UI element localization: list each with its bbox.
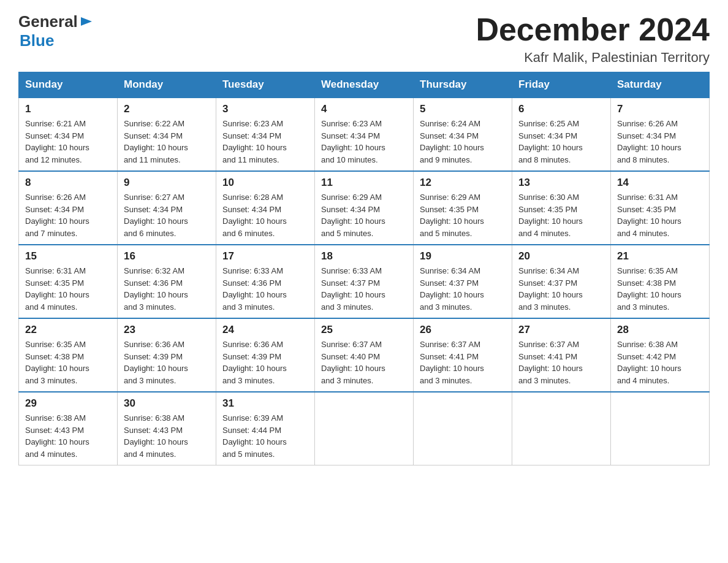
logo: General Blue xyxy=(18,12,93,50)
table-row: 18 Sunrise: 6:33 AM Sunset: 4:37 PM Dayl… xyxy=(315,245,414,318)
day-info: Sunrise: 6:38 AM Sunset: 4:43 PM Dayligh… xyxy=(25,412,111,460)
day-info: Sunrise: 6:37 AM Sunset: 4:41 PM Dayligh… xyxy=(518,339,604,386)
logo-line1: General xyxy=(18,12,93,31)
day-number: 23 xyxy=(124,324,210,336)
col-sunday: Sunday xyxy=(19,72,118,98)
table-row: 7 Sunrise: 6:26 AM Sunset: 4:34 PM Dayli… xyxy=(611,98,710,171)
table-row: 9 Sunrise: 6:27 AM Sunset: 4:34 PM Dayli… xyxy=(118,171,216,245)
title-area: December 2024 Kafr Malik, Palestinian Te… xyxy=(476,12,710,66)
day-info: Sunrise: 6:29 AM Sunset: 4:35 PM Dayligh… xyxy=(420,191,506,239)
day-info: Sunrise: 6:33 AM Sunset: 4:36 PM Dayligh… xyxy=(222,265,308,313)
day-info: Sunrise: 6:24 AM Sunset: 4:34 PM Dayligh… xyxy=(420,118,506,166)
table-row: 20 Sunrise: 6:34 AM Sunset: 4:37 PM Dayl… xyxy=(512,245,611,318)
table-row: 19 Sunrise: 6:34 AM Sunset: 4:37 PM Dayl… xyxy=(414,245,512,318)
day-info: Sunrise: 6:28 AM Sunset: 4:34 PM Dayligh… xyxy=(222,191,308,239)
calendar-week-row: 22 Sunrise: 6:35 AM Sunset: 4:38 PM Dayl… xyxy=(19,318,710,392)
day-info: Sunrise: 6:33 AM Sunset: 4:37 PM Dayligh… xyxy=(321,265,407,313)
col-wednesday: Wednesday xyxy=(315,72,414,98)
day-info: Sunrise: 6:35 AM Sunset: 4:38 PM Dayligh… xyxy=(617,265,703,313)
day-number: 31 xyxy=(222,397,308,410)
month-title: December 2024 xyxy=(476,12,710,47)
table-row: 14 Sunrise: 6:31 AM Sunset: 4:35 PM Dayl… xyxy=(611,171,710,245)
day-number: 9 xyxy=(124,177,210,189)
day-info: Sunrise: 6:26 AM Sunset: 4:34 PM Dayligh… xyxy=(25,191,111,239)
day-number: 11 xyxy=(321,177,407,189)
col-friday: Friday xyxy=(512,72,611,98)
day-info: Sunrise: 6:30 AM Sunset: 4:35 PM Dayligh… xyxy=(518,191,604,239)
day-info: Sunrise: 6:27 AM Sunset: 4:34 PM Dayligh… xyxy=(124,191,210,239)
table-row xyxy=(611,392,710,465)
day-number: 10 xyxy=(222,177,308,189)
table-row: 4 Sunrise: 6:23 AM Sunset: 4:34 PM Dayli… xyxy=(315,98,414,171)
day-info: Sunrise: 6:38 AM Sunset: 4:42 PM Dayligh… xyxy=(617,339,703,386)
day-info: Sunrise: 6:36 AM Sunset: 4:39 PM Dayligh… xyxy=(124,339,210,386)
logo-blue-text: Blue xyxy=(20,31,93,50)
table-row: 12 Sunrise: 6:29 AM Sunset: 4:35 PM Dayl… xyxy=(414,171,512,245)
table-row xyxy=(414,392,512,465)
day-number: 12 xyxy=(420,177,506,189)
day-info: Sunrise: 6:34 AM Sunset: 4:37 PM Dayligh… xyxy=(420,265,506,313)
day-info: Sunrise: 6:37 AM Sunset: 4:41 PM Dayligh… xyxy=(420,339,506,386)
day-number: 4 xyxy=(321,103,407,115)
day-info: Sunrise: 6:21 AM Sunset: 4:34 PM Dayligh… xyxy=(25,118,111,166)
table-row: 13 Sunrise: 6:30 AM Sunset: 4:35 PM Dayl… xyxy=(512,171,611,245)
day-number: 24 xyxy=(222,324,308,336)
svg-marker-0 xyxy=(81,17,92,26)
table-row: 10 Sunrise: 6:28 AM Sunset: 4:34 PM Dayl… xyxy=(216,171,315,245)
col-thursday: Thursday xyxy=(414,72,512,98)
day-number: 16 xyxy=(124,250,210,262)
calendar-header-row: Sunday Monday Tuesday Wednesday Thursday… xyxy=(19,72,710,98)
location-title: Kafr Malik, Palestinian Territory xyxy=(476,50,710,66)
day-number: 17 xyxy=(222,250,308,262)
page-header: General Blue December 2024 Kafr Malik, P… xyxy=(18,12,710,66)
calendar-week-row: 1 Sunrise: 6:21 AM Sunset: 4:34 PM Dayli… xyxy=(19,98,710,171)
day-number: 14 xyxy=(617,177,703,189)
table-row: 2 Sunrise: 6:22 AM Sunset: 4:34 PM Dayli… xyxy=(118,98,216,171)
day-info: Sunrise: 6:35 AM Sunset: 4:38 PM Dayligh… xyxy=(25,339,111,386)
day-number: 25 xyxy=(321,324,407,336)
day-info: Sunrise: 6:37 AM Sunset: 4:40 PM Dayligh… xyxy=(321,339,407,386)
day-number: 21 xyxy=(617,250,703,262)
calendar-week-row: 8 Sunrise: 6:26 AM Sunset: 4:34 PM Dayli… xyxy=(19,171,710,245)
day-number: 30 xyxy=(124,397,210,410)
day-number: 28 xyxy=(617,324,703,336)
day-info: Sunrise: 6:31 AM Sunset: 4:35 PM Dayligh… xyxy=(25,265,111,313)
day-info: Sunrise: 6:22 AM Sunset: 4:34 PM Dayligh… xyxy=(124,118,210,166)
day-info: Sunrise: 6:29 AM Sunset: 4:34 PM Dayligh… xyxy=(321,191,407,239)
day-info: Sunrise: 6:32 AM Sunset: 4:36 PM Dayligh… xyxy=(124,265,210,313)
day-number: 26 xyxy=(420,324,506,336)
day-info: Sunrise: 6:36 AM Sunset: 4:39 PM Dayligh… xyxy=(222,339,308,386)
day-number: 8 xyxy=(25,177,111,189)
table-row: 17 Sunrise: 6:33 AM Sunset: 4:36 PM Dayl… xyxy=(216,245,315,318)
table-row: 27 Sunrise: 6:37 AM Sunset: 4:41 PM Dayl… xyxy=(512,318,611,392)
table-row: 3 Sunrise: 6:23 AM Sunset: 4:34 PM Dayli… xyxy=(216,98,315,171)
table-row: 16 Sunrise: 6:32 AM Sunset: 4:36 PM Dayl… xyxy=(118,245,216,318)
table-row: 26 Sunrise: 6:37 AM Sunset: 4:41 PM Dayl… xyxy=(414,318,512,392)
day-info: Sunrise: 6:34 AM Sunset: 4:37 PM Dayligh… xyxy=(518,265,604,313)
day-info: Sunrise: 6:23 AM Sunset: 4:34 PM Dayligh… xyxy=(222,118,308,166)
table-row: 31 Sunrise: 6:39 AM Sunset: 4:44 PM Dayl… xyxy=(216,392,315,465)
table-row: 15 Sunrise: 6:31 AM Sunset: 4:35 PM Dayl… xyxy=(19,245,118,318)
day-info: Sunrise: 6:26 AM Sunset: 4:34 PM Dayligh… xyxy=(617,118,703,166)
table-row: 1 Sunrise: 6:21 AM Sunset: 4:34 PM Dayli… xyxy=(19,98,118,171)
day-number: 18 xyxy=(321,250,407,262)
table-row xyxy=(315,392,414,465)
table-row: 24 Sunrise: 6:36 AM Sunset: 4:39 PM Dayl… xyxy=(216,318,315,392)
day-info: Sunrise: 6:25 AM Sunset: 4:34 PM Dayligh… xyxy=(518,118,604,166)
day-number: 7 xyxy=(617,103,703,115)
calendar-week-row: 15 Sunrise: 6:31 AM Sunset: 4:35 PM Dayl… xyxy=(19,245,710,318)
table-row xyxy=(512,392,611,465)
table-row: 23 Sunrise: 6:36 AM Sunset: 4:39 PM Dayl… xyxy=(118,318,216,392)
table-row: 8 Sunrise: 6:26 AM Sunset: 4:34 PM Dayli… xyxy=(19,171,118,245)
table-row: 5 Sunrise: 6:24 AM Sunset: 4:34 PM Dayli… xyxy=(414,98,512,171)
day-number: 6 xyxy=(518,103,604,115)
logo-general-text: General xyxy=(18,12,78,31)
day-number: 1 xyxy=(25,103,111,115)
day-info: Sunrise: 6:38 AM Sunset: 4:43 PM Dayligh… xyxy=(124,412,210,460)
table-row: 21 Sunrise: 6:35 AM Sunset: 4:38 PM Dayl… xyxy=(611,245,710,318)
day-number: 29 xyxy=(25,397,111,410)
day-number: 5 xyxy=(420,103,506,115)
table-row: 29 Sunrise: 6:38 AM Sunset: 4:43 PM Dayl… xyxy=(19,392,118,465)
day-number: 22 xyxy=(25,324,111,336)
day-number: 19 xyxy=(420,250,506,262)
